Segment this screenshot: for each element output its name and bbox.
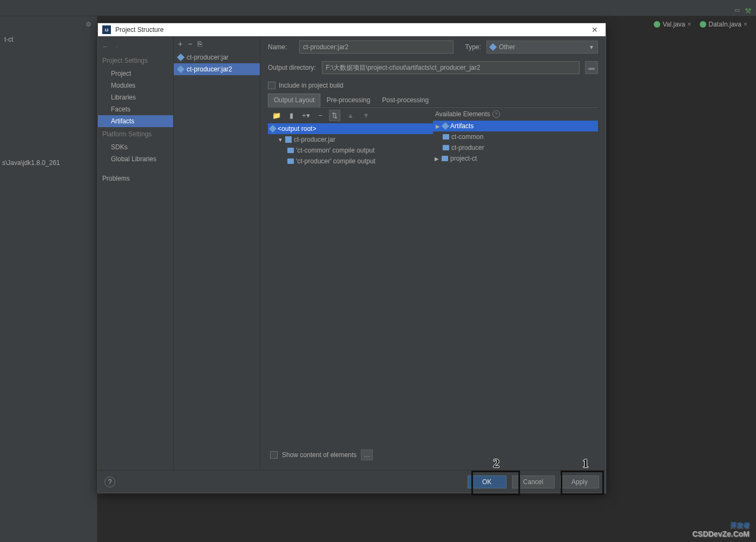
browse-folder-button[interactable]: ▬ bbox=[585, 61, 598, 74]
sidebar-global-libraries[interactable]: Global Libraries bbox=[98, 153, 173, 165]
new-archive-icon[interactable]: ▮ bbox=[287, 110, 295, 121]
include-build-label: Include in project build bbox=[279, 82, 343, 89]
tab-pre-processing[interactable]: Pre-processing bbox=[320, 94, 376, 107]
tab-datain-java[interactable]: DataIn.java × bbox=[696, 19, 751, 29]
tab-val-java[interactable]: Val.java × bbox=[650, 19, 694, 29]
new-folder-icon[interactable]: 📁 bbox=[270, 110, 283, 121]
ok-button[interactable]: OK bbox=[468, 475, 507, 488]
output-dir-label: Output directory: bbox=[268, 64, 317, 71]
module-icon bbox=[443, 145, 449, 150]
artifact-item-jar1[interactable]: ct-producer:jar bbox=[174, 51, 260, 63]
output-tree[interactable]: <output root> ▼ ct-producer.jar 'ct-comm… bbox=[268, 123, 433, 444]
tree-label: ct-common bbox=[451, 133, 483, 141]
project-settings-header: Project Settings bbox=[98, 54, 173, 68]
artifact-icon bbox=[489, 43, 497, 51]
tree-artifacts-root[interactable]: ▶ Artifacts bbox=[433, 121, 598, 131]
project-structure-dialog: IJ Project Structure ✕ ← → Project Setti… bbox=[97, 23, 606, 493]
output-dir-input[interactable] bbox=[322, 61, 580, 74]
artifact-icon bbox=[269, 125, 277, 133]
available-tree[interactable]: ▶ Artifacts ct-common ct-producer bbox=[433, 121, 598, 444]
artifact-item-jar2[interactable]: ct-producer:jar2 bbox=[174, 63, 260, 75]
folder-icon bbox=[287, 158, 294, 164]
sidebar-artifacts[interactable]: Artifacts bbox=[98, 115, 173, 127]
sidebar-libraries[interactable]: Libraries bbox=[98, 91, 173, 103]
sidebar-facets[interactable]: Facets bbox=[98, 103, 173, 115]
move-down-icon[interactable]: ▼ bbox=[360, 110, 372, 121]
dropdown-value: Other bbox=[499, 43, 515, 51]
content-panel: Name: Type: Other Output directory: ▬ In… bbox=[260, 36, 606, 470]
module-icon bbox=[442, 156, 448, 161]
annotation-number-1: 1 bbox=[582, 456, 589, 471]
name-label: Name: bbox=[268, 43, 294, 51]
tree-label: 'ct-common' compile output bbox=[296, 147, 374, 154]
project-tree-item[interactable]: t-ct bbox=[0, 34, 97, 45]
java-class-icon bbox=[654, 21, 660, 28]
include-build-checkbox[interactable] bbox=[268, 82, 275, 89]
close-button[interactable]: ✕ bbox=[588, 24, 601, 35]
tree-output-root[interactable]: <output root> bbox=[268, 123, 433, 134]
module-icon bbox=[443, 134, 449, 140]
tree-label: ct-producer bbox=[451, 144, 484, 151]
sort-icon[interactable]: ⇅ bbox=[329, 110, 340, 121]
add-icon[interactable]: + bbox=[178, 39, 182, 48]
build-icon[interactable]: ⚒ bbox=[745, 6, 752, 15]
dialog-title: Project Structure bbox=[115, 26, 588, 34]
type-label: Type: bbox=[465, 43, 481, 51]
sidebar-problems[interactable]: Problems bbox=[98, 173, 173, 184]
sidebar-sdks[interactable]: SDKs bbox=[98, 141, 173, 153]
move-up-icon[interactable]: ▲ bbox=[345, 110, 356, 121]
annotation-number-2: 2 bbox=[493, 456, 499, 471]
artifact-label: ct-producer:jar bbox=[187, 54, 228, 61]
watermark: 开发者 CSDDevZe.CoM bbox=[692, 513, 750, 538]
tree-ct-common[interactable]: ct-common bbox=[433, 131, 598, 142]
available-label-text: Available Elements bbox=[435, 110, 490, 118]
expander-icon[interactable]: ▶ bbox=[434, 156, 439, 162]
gear-icon[interactable]: ⚙ bbox=[86, 21, 94, 29]
tree-label: ct-producer.jar bbox=[294, 136, 336, 143]
type-dropdown[interactable]: Other bbox=[487, 41, 598, 54]
expander-icon[interactable]: ▶ bbox=[435, 123, 441, 129]
add-copy-icon[interactable]: +▾ bbox=[300, 110, 312, 121]
back-arrow-icon[interactable]: ← bbox=[102, 43, 109, 50]
tree-jar-item[interactable]: ▼ ct-producer.jar bbox=[268, 134, 433, 145]
jdk-path-text: s\Java\jdk1.8.0_261 bbox=[2, 159, 60, 167]
watermark-line1: 开发者 bbox=[730, 521, 750, 529]
sidebar-project[interactable]: Project bbox=[98, 68, 173, 80]
intellij-icon: IJ bbox=[102, 25, 111, 34]
tree-compile-output-2[interactable]: 'ct-producer' compile output bbox=[268, 156, 433, 167]
tree-label: project-ct bbox=[450, 155, 477, 162]
tab-label: DataIn.java bbox=[708, 21, 741, 28]
ide-toolbar: ▭ ⚒ bbox=[0, 0, 756, 16]
tree-label: 'ct-producer' compile output bbox=[296, 157, 376, 165]
sidebar-modules[interactable]: Modules bbox=[98, 80, 173, 91]
tab-post-processing[interactable]: Post-processing bbox=[376, 94, 435, 107]
expander-icon[interactable]: ▼ bbox=[278, 137, 283, 143]
forward-arrow-icon[interactable]: → bbox=[113, 43, 120, 50]
tree-ct-producer[interactable]: ct-producer bbox=[433, 142, 598, 153]
remove-icon[interactable]: − bbox=[188, 39, 192, 48]
window-icon[interactable]: ▭ bbox=[734, 6, 740, 14]
available-elements-panel: Available Elements ? ▶ Artifacts ct-comm… bbox=[433, 108, 598, 444]
tree-project-ct[interactable]: ▶ project-ct bbox=[433, 153, 598, 164]
available-elements-header: Available Elements ? bbox=[433, 108, 598, 121]
name-input[interactable] bbox=[299, 41, 453, 54]
close-icon[interactable]: × bbox=[744, 21, 747, 28]
watermark-line2: CSDDevZe.CoM bbox=[692, 530, 750, 538]
copy-icon[interactable]: ⎘ bbox=[198, 39, 202, 48]
help-icon[interactable]: ? bbox=[492, 110, 500, 118]
remove-item-icon[interactable]: − bbox=[317, 110, 325, 121]
cancel-button[interactable]: Cancel bbox=[512, 475, 555, 488]
folder-icon bbox=[287, 148, 294, 153]
ellipsis-button[interactable]: … bbox=[361, 450, 373, 460]
platform-settings-header: Platform Settings bbox=[98, 127, 173, 141]
close-icon[interactable]: × bbox=[687, 21, 691, 28]
java-class-icon bbox=[700, 21, 706, 28]
show-content-checkbox[interactable] bbox=[270, 451, 278, 459]
show-content-label: Show content of elements bbox=[282, 451, 357, 459]
tab-output-layout[interactable]: Output Layout bbox=[268, 94, 320, 107]
apply-button[interactable]: Apply bbox=[560, 475, 599, 488]
tree-compile-output-1[interactable]: 'ct-common' compile output bbox=[268, 145, 433, 156]
help-button[interactable]: ? bbox=[104, 477, 115, 487]
tree-label: <output root> bbox=[278, 125, 316, 133]
ide-project-sidebar: t-ct bbox=[0, 16, 97, 542]
